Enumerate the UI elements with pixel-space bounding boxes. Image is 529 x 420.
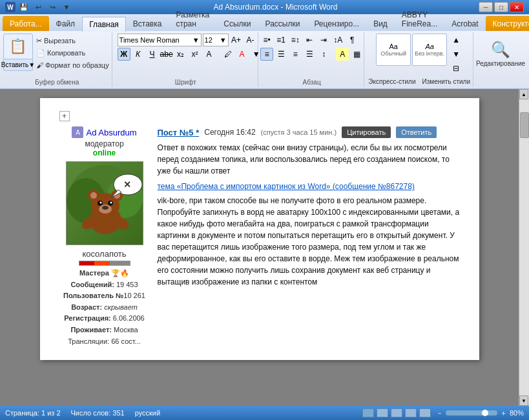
paste-area: 📋 Вставить ▼	[3, 34, 33, 71]
ribbon-group-editing: 🔍 Редактирование	[475, 32, 526, 87]
tab-abbyy[interactable]: ABBYY FineRea...	[395, 7, 444, 31]
post-body2: vik-bore, при таком способе вы не получи…	[158, 195, 460, 288]
maximize-button[interactable]: □	[494, 2, 508, 12]
multilevel-btn[interactable]: ≡↕	[289, 34, 302, 46]
zoom-in-btn[interactable]: ＋	[500, 408, 507, 418]
tab-constructor[interactable]: Конструктор	[486, 16, 529, 31]
linespacing-btn[interactable]: ↕	[317, 48, 330, 61]
editing-btn[interactable]: 🔍 Редактирование	[484, 34, 517, 74]
font-grow-btn[interactable]: A+	[230, 34, 243, 46]
style-normal[interactable]: Aa Обычный	[376, 34, 411, 66]
tab-references[interactable]: Ссылки	[216, 16, 258, 31]
numbering-btn[interactable]: ≡1	[275, 34, 287, 46]
align-center-btn[interactable]: ☰	[275, 48, 287, 61]
view-reading-btn[interactable]	[377, 408, 388, 417]
cut-button[interactable]: ✂ Вырезать	[34, 35, 111, 46]
tab-review[interactable]: Рецензиро...	[307, 16, 366, 31]
tab-mailings[interactable]: Рассылки	[258, 16, 307, 31]
editing-icon: 🔍	[491, 41, 510, 59]
view-normal-btn[interactable]	[362, 408, 374, 417]
style-row: Aa Обычный Аа Без інтерв.	[376, 34, 447, 66]
clearformat-button[interactable]: А	[203, 48, 216, 61]
tab-layout[interactable]: Разметка стран	[169, 7, 216, 31]
zoom-out-btn[interactable]: －	[436, 408, 443, 418]
tab-home[interactable]: Главная	[82, 17, 126, 32]
post-reference-link[interactable]: тема «Проблема с импортом картинок из Wo…	[158, 182, 415, 191]
styles-footer: Экспресс-стили Изменить стили	[366, 75, 472, 88]
post-content: Пост №5 * Сегодня 16:42 (спустя 3 часа 1…	[158, 126, 460, 347]
scroll-up-btn[interactable]: ▲	[519, 89, 528, 99]
paste-button[interactable]: 📋	[3, 34, 33, 59]
tab-acrobat[interactable]: Acrobat	[444, 16, 485, 31]
post-header: Пост №5 * Сегодня 16:42 (спустя 3 часа 1…	[158, 126, 460, 138]
styles-scroll-down[interactable]: ▼	[450, 48, 462, 61]
quick-save-btn[interactable]: 💾	[18, 1, 30, 13]
reply-button[interactable]: Ответить	[396, 126, 437, 138]
font-shrink-btn[interactable]: A-	[244, 34, 257, 46]
document-page: + A Ad Absurdum модератор online	[40, 98, 479, 360]
decrease-indent-btn[interactable]: ⇤	[303, 34, 316, 46]
language-indicator: русский	[135, 409, 160, 417]
post-number-link[interactable]: Пост №5 *	[158, 128, 200, 137]
font-size-select[interactable]: 12 ▼	[203, 34, 229, 46]
styles-nav: ▲ ▼ ⊟	[450, 34, 462, 75]
increase-indent-btn[interactable]: ⇥	[317, 34, 330, 46]
close-button[interactable]: ✕	[510, 2, 524, 12]
tab-work[interactable]: Работа...	[3, 16, 49, 31]
change-styles-btn[interactable]: Изменить стили	[420, 75, 472, 87]
copy-button[interactable]: 📄 Копировать	[34, 47, 111, 59]
tab-insert[interactable]: Вставка	[126, 16, 169, 31]
align-right-btn[interactable]: ≡	[289, 48, 302, 61]
underline-button[interactable]: Ч	[146, 48, 159, 61]
tab-view[interactable]: Вид	[366, 16, 395, 31]
svg-text:✕: ✕	[123, 179, 131, 190]
view-draft-btn[interactable]	[419, 408, 431, 417]
shading-btn[interactable]: A	[336, 48, 349, 61]
view-outline-btn[interactable]	[405, 408, 417, 417]
clipboard-label: Буфер обмена	[35, 77, 79, 87]
vertical-scrollbar[interactable]: ▲ ▼	[519, 89, 529, 406]
justify-btn[interactable]: ☰	[303, 48, 316, 61]
clipboard-content: 📋 Вставить ▼ ✂ Вырезать 📄 Копировать 🖌 Ф…	[3, 34, 111, 77]
highlight-button[interactable]: 🖊	[222, 48, 234, 61]
svg-point-7	[90, 192, 97, 199]
format-painter-button[interactable]: 🖌 Формат по образцу	[34, 59, 111, 71]
italic-button[interactable]: К	[132, 48, 145, 61]
status-right: － ＋ 80%	[362, 408, 524, 418]
subscript-button[interactable]: x₂	[174, 48, 187, 61]
ribbon-group-paragraph: ≡• ≡1 ≡↕ ⇤ ⇥ ↕A ¶ ≡ ☰ ≡ ☰ ↕ A ▦ Абзац	[260, 32, 364, 87]
add-content-btn[interactable]: +	[59, 111, 70, 121]
para-content: ≡• ≡1 ≡↕ ⇤ ⇥ ↕A ¶ ≡ ☰ ≡ ☰ ↕ A ▦	[260, 34, 363, 77]
scroll-down-btn[interactable]: ▼	[519, 395, 528, 406]
bullets-btn[interactable]: ≡•	[260, 34, 273, 46]
sort-btn[interactable]: ↕A	[331, 34, 344, 46]
align-left-btn[interactable]: ≡	[260, 48, 273, 61]
quick-undo-btn[interactable]: ↩	[32, 1, 44, 13]
scroll-thumb[interactable]	[520, 112, 529, 138]
para-row2: ≡ ☰ ≡ ☰ ↕ A ▦	[260, 48, 363, 61]
strikethrough-button[interactable]: abe	[160, 48, 173, 61]
zoom-slider[interactable]	[446, 410, 497, 415]
post-sidebar: A Ad Absurdum модератор online	[59, 126, 150, 347]
scroll-track	[519, 99, 529, 395]
tab-file[interactable]: Файл	[49, 16, 83, 31]
svg-point-12	[110, 202, 112, 204]
pilcrow-btn[interactable]: ¶	[346, 34, 358, 46]
cite-button[interactable]: Цитировать	[342, 126, 391, 138]
view-web-btn[interactable]	[391, 408, 402, 417]
fontcolor-button[interactable]: A	[236, 48, 249, 61]
borders-btn[interactable]: ▦	[350, 48, 363, 61]
paste-dropdown[interactable]: Вставить ▼	[3, 59, 33, 71]
quick-dropdown-btn[interactable]: ▼	[61, 1, 72, 13]
username-link[interactable]: Ad Absurdum	[86, 128, 136, 137]
styles-expand[interactable]: ⊟	[450, 62, 462, 75]
font-name-select[interactable]: Times New Roman ▼	[118, 34, 202, 46]
minimize-button[interactable]: ─	[479, 2, 493, 12]
superscript-button[interactable]: x²	[189, 48, 202, 61]
style-no-spacing[interactable]: Аа Без інтерв.	[412, 34, 447, 66]
bold-button[interactable]: Ж	[118, 48, 130, 61]
express-styles-btn[interactable]: Экспресс-стили	[366, 75, 417, 87]
styles-scroll-up[interactable]: ▲	[450, 34, 462, 46]
title-bar-left: W 💾 ↩ ↪ ▼	[5, 1, 72, 13]
quick-redo-btn[interactable]: ↪	[47, 1, 58, 13]
